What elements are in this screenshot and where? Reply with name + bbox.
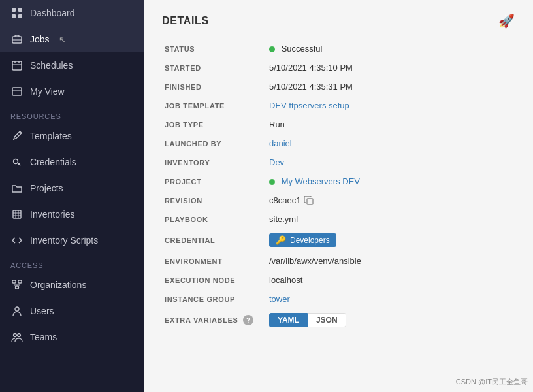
sidebar: Dashboard Jobs ↖ Schedules <box>0 0 144 392</box>
sidebar-item-credentials[interactable]: Credentials <box>0 149 144 175</box>
svg-rect-29 <box>307 199 313 204</box>
table-row: EXECUTION NODE localhost <box>162 270 515 289</box>
sidebar-item-label: Credentials <box>30 157 76 167</box>
project-link[interactable]: My Webservers DEV <box>282 176 360 186</box>
row-label: INVENTORY <box>162 153 266 172</box>
folder-icon <box>10 182 24 195</box>
table-row: JOB TYPE Run <box>162 115 515 134</box>
row-label: ENVIRONMENT <box>162 252 266 270</box>
table-row: INVENTORY Dev <box>162 153 515 172</box>
row-label: STARTED <box>162 58 266 77</box>
key-icon <box>10 155 24 169</box>
table-row: REVISION c8caec1 <box>162 191 515 210</box>
table-row: CREDENTIAL 🔑 Developers <box>162 229 515 252</box>
row-value: daniel <box>266 134 515 153</box>
svg-rect-2 <box>12 14 16 18</box>
svg-rect-20 <box>18 280 22 283</box>
svg-rect-6 <box>12 61 22 70</box>
revision-cell: c8caec1 <box>269 195 512 205</box>
row-value: /var/lib/awx/venv/ansible <box>266 252 515 270</box>
sidebar-item-templates[interactable]: Templates <box>0 123 144 149</box>
help-icon[interactable]: ? <box>243 315 253 325</box>
row-value: 5/10/2021 4:35:31 PM <box>266 77 515 96</box>
revision-value: c8caec1 <box>269 195 300 205</box>
row-value: c8caec1 <box>266 191 515 210</box>
row-value: localhost <box>266 270 515 289</box>
inventory-link[interactable]: Dev <box>269 157 284 167</box>
row-label: PLAYBOOK <box>162 210 266 229</box>
job-template-link[interactable]: DEV ftpservers setup <box>269 101 349 110</box>
sidebar-item-teams[interactable]: Teams <box>0 324 144 350</box>
sidebar-item-projects[interactable]: Projects <box>0 175 144 201</box>
row-label: STATUS <box>162 39 266 58</box>
building-icon <box>10 208 24 221</box>
row-value: My Webservers DEV <box>266 172 515 191</box>
row-value: Dev <box>266 153 515 172</box>
calendar-icon <box>10 59 24 72</box>
rocket-icon[interactable]: 🚀 <box>498 13 515 29</box>
resources-section-label: RESOURCES <box>0 105 144 123</box>
status-value: Successful <box>282 44 323 54</box>
sidebar-item-label: Templates <box>30 131 72 141</box>
row-label: PROJECT <box>162 172 266 191</box>
sidebar-item-label: Dashboard <box>30 8 75 18</box>
svg-rect-1 <box>18 8 22 12</box>
sidebar-item-inventory-scripts[interactable]: Inventory Scripts <box>0 227 144 253</box>
row-value: Successful <box>266 39 515 58</box>
sidebar-item-organizations[interactable]: Organizations <box>0 272 144 298</box>
svg-point-26 <box>15 307 19 311</box>
row-label: INSTANCE GROUP <box>162 289 266 308</box>
key-badge-icon: 🔑 <box>276 235 286 245</box>
row-label: JOB TYPE <box>162 115 266 134</box>
table-row: PLAYBOOK site.yml <box>162 210 515 229</box>
launched-by-link[interactable]: daniel <box>269 139 292 148</box>
row-value: DEV ftpservers setup <box>266 96 515 115</box>
svg-rect-0 <box>12 8 16 12</box>
row-label: LAUNCHED BY <box>162 134 266 153</box>
details-table: STATUS Successful STARTED 5/10/2021 4:35… <box>162 39 515 332</box>
credential-badge[interactable]: 🔑 Developers <box>269 233 336 247</box>
table-row: EXTRA VARIABLES ? YAML JSON <box>162 308 515 332</box>
row-label: FINISHED <box>162 77 266 96</box>
instance-group-link[interactable]: tower <box>269 294 290 304</box>
sidebar-item-dashboard[interactable]: Dashboard <box>0 0 144 26</box>
row-label: JOB TEMPLATE <box>162 96 266 115</box>
sidebar-item-label: My View <box>30 86 65 97</box>
credential-name: Developers <box>290 236 330 245</box>
svg-rect-3 <box>18 14 22 18</box>
sidebar-item-schedules[interactable]: Schedules <box>0 52 144 78</box>
file-edit-icon <box>10 129 24 142</box>
table-row: INSTANCE GROUP tower <box>162 289 515 308</box>
svg-rect-10 <box>12 88 22 95</box>
sidebar-item-label: Inventory Scripts <box>30 235 98 246</box>
table-row: JOB TEMPLATE DEV ftpservers setup <box>162 96 515 115</box>
table-row: FINISHED 5/10/2021 4:35:31 PM <box>162 77 515 96</box>
svg-rect-19 <box>12 280 16 283</box>
sidebar-item-label: Schedules <box>30 60 73 71</box>
yaml-tab[interactable]: YAML <box>269 313 308 327</box>
sidebar-item-inventories[interactable]: Inventories <box>0 201 144 227</box>
row-label: CREDENTIAL <box>162 229 266 252</box>
row-value: Run <box>266 115 515 134</box>
sidebar-item-label: Users <box>30 306 54 316</box>
details-title: DETAILS <box>162 15 209 27</box>
sidebar-item-label: Organizations <box>30 280 86 290</box>
table-row: STARTED 5/10/2021 4:35:10 PM <box>162 58 515 77</box>
briefcase-icon <box>10 33 24 46</box>
table-row: STATUS Successful <box>162 39 515 58</box>
table-row: ENVIRONMENT /var/lib/awx/venv/ansible <box>162 252 515 270</box>
cursor-icon: ↖ <box>59 35 66 44</box>
sidebar-item-myview[interactable]: My View <box>0 78 144 105</box>
details-header: DETAILS 🚀 <box>162 13 515 29</box>
copy-icon[interactable] <box>304 196 314 205</box>
svg-rect-14 <box>13 210 21 218</box>
sidebar-item-label: Projects <box>30 183 63 193</box>
row-value: site.yml <box>266 210 515 229</box>
json-tab[interactable]: JSON <box>308 313 346 327</box>
grid-icon <box>10 7 24 20</box>
sidebar-item-jobs[interactable]: Jobs ↖ <box>0 26 144 52</box>
sidebar-item-users[interactable]: Users <box>0 298 144 324</box>
org-icon <box>10 278 24 291</box>
row-label: REVISION <box>162 191 266 210</box>
project-status-dot <box>269 179 275 185</box>
